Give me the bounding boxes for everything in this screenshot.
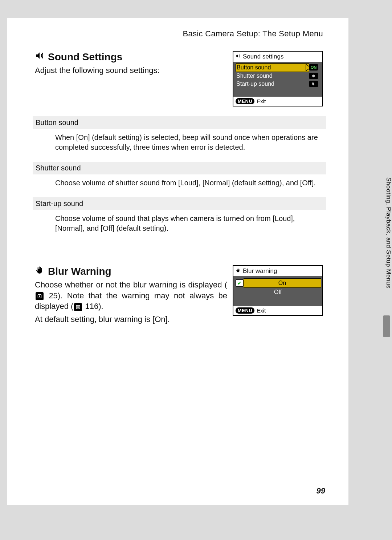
page-number: 99	[317, 486, 325, 496]
lcd1-row-label: Button sound	[237, 64, 271, 71]
hand-icon	[236, 267, 241, 275]
option-body: When [On] (default setting) is selected,…	[35, 129, 324, 152]
page-ref-icon	[74, 303, 82, 311]
svg-rect-1	[39, 295, 40, 297]
lcd2-row-on[interactable]: On	[244, 278, 321, 288]
lcd2-rows: ✔ On Off	[233, 276, 322, 306]
option-shutter-sound: Shutter sound Choose volume of shutter s…	[35, 162, 324, 188]
option-title: Shutter sound	[33, 162, 326, 174]
section-blur-warning: Blur Warning Choose whether or not the b…	[35, 265, 323, 325]
lcd2-title: Blur warning	[243, 267, 277, 275]
option-startup-sound: Start-up sound Choose volume of sound th…	[35, 197, 324, 233]
lcd2-title-row: Blur warning	[233, 266, 322, 276]
lcd1-title-row: Sound settings	[233, 52, 322, 62]
speaker-off-icon	[309, 81, 318, 87]
lcd1-row-label: Start-up sound	[236, 81, 274, 87]
lcd1-row-shutter-sound[interactable]: Shutter sound	[236, 72, 320, 80]
lcd1-row-startup-sound[interactable]: Start-up sound	[236, 80, 320, 88]
lcd-blur-warning: Blur warning ✔ On Off MENU Exit	[233, 265, 323, 316]
side-tab-label: Shooting, Playback, and Setup Menus	[385, 177, 392, 289]
lcd1-exit-label: Exit	[257, 98, 266, 104]
speaker-icon	[35, 51, 44, 63]
side-tab: Shooting, Playback, and Setup Menus	[381, 177, 392, 289]
menu-button-icon: MENU	[236, 98, 254, 104]
page: Basic Camera Setup: The Setup Menu Sound…	[7, 18, 348, 505]
section-sound-settings: Sound Settings Adjust the following soun…	[35, 51, 323, 75]
lcd2-exit-row[interactable]: MENU Exit	[233, 306, 322, 315]
lcd2-row-off[interactable]: Off	[233, 288, 322, 297]
blur-body-pre: Choose whether or not the blur warning i…	[35, 280, 227, 289]
option-title: Start-up sound	[33, 197, 326, 210]
speaker-icon	[236, 53, 241, 60]
check-icon: ✔	[236, 279, 244, 287]
page-header: Basic Camera Setup: The Setup Menu	[183, 29, 323, 39]
lcd-sound-settings: Sound settings Button sound ON Shutter s…	[233, 51, 323, 106]
sound-options-list: Button sound When [On] (default setting)…	[35, 116, 324, 243]
option-button-sound: Button sound When [On] (default setting)…	[35, 116, 324, 152]
blur-body-mid2: 116).	[83, 302, 103, 311]
badge-on-icon: ON	[309, 64, 318, 70]
lcd1-row-label: Shutter sound	[236, 73, 273, 79]
section-body-blur: Choose whether or not the blur warning i…	[35, 279, 227, 312]
side-tab-marker	[383, 315, 390, 337]
option-body: Choose volume of sound that plays when c…	[35, 210, 324, 233]
speaker-icon	[309, 73, 318, 79]
svg-rect-3	[78, 306, 79, 308]
option-body: Choose volume of shutter sound from [Lou…	[35, 174, 324, 188]
section-title-blur-text: Blur Warning	[48, 266, 111, 277]
blur-body-mid1: 25). Note that the warning may not alway…	[35, 291, 227, 311]
lcd1-row-button-sound[interactable]: Button sound	[236, 63, 309, 72]
lcd1-rows: Button sound ON Shutter sound Start-up s…	[233, 62, 322, 97]
menu-button-icon: MENU	[236, 307, 254, 314]
lcd1-exit-row[interactable]: MENU Exit	[233, 97, 322, 106]
option-title: Button sound	[33, 116, 326, 129]
section-title-sound-text: Sound Settings	[48, 51, 122, 63]
lcd2-exit-label: Exit	[257, 307, 266, 314]
lcd1-title: Sound settings	[243, 53, 283, 60]
hand-icon	[35, 265, 44, 277]
page-ref-icon	[36, 292, 44, 300]
